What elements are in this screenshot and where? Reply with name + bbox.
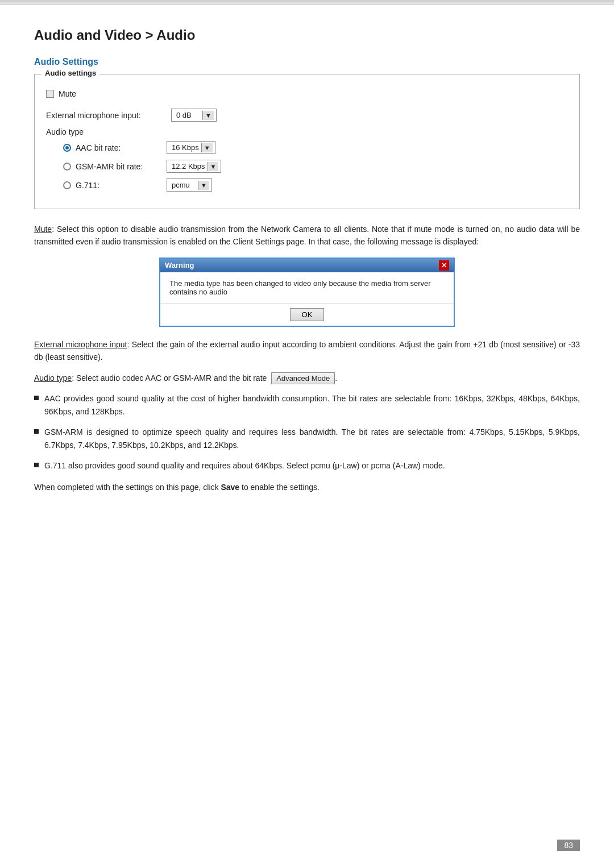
gsm-label: GSM-AMR bit rate: (76, 162, 167, 171)
bullet-icon (34, 396, 39, 400)
ext-mic-row: External microphone input: 0 dB ▼ (46, 109, 568, 122)
warning-dialog: Warning ✕ The media type has been change… (159, 258, 455, 327)
ext-mic-description: External microphone input: Select the ga… (34, 338, 580, 364)
audio-type-label: Audio type (46, 127, 568, 136)
g711-row: G.711: pcmu ▼ (63, 178, 568, 192)
list-item: G.711 also provides good sound quality a… (34, 459, 580, 472)
aac-select[interactable]: 16 Kbps ▼ (167, 141, 215, 154)
mute-description: Mute: Select this option to disable audi… (34, 223, 580, 248)
list-item: GSM-ARM is designed to optimize speech q… (34, 426, 580, 451)
g711-label: G.711: (76, 181, 167, 190)
box-legend: Audio settings (42, 69, 99, 77)
mute-checkbox[interactable] (46, 90, 54, 98)
warning-dialog-container: Warning ✕ The media type has been change… (34, 258, 580, 327)
mute-row: Mute (46, 89, 568, 98)
gsm-row: GSM-AMR bit rate: 12.2 Kbps ▼ (63, 160, 568, 173)
ok-button[interactable]: OK (290, 308, 325, 321)
page-title: Audio and Video > Audio (34, 27, 580, 43)
section-title: Audio Settings (34, 57, 580, 67)
warning-title: Warning (165, 261, 194, 269)
bullet2-text: GSM-ARM is designed to optimize speech q… (44, 426, 580, 451)
page-number: 83 (557, 840, 580, 851)
warning-title-bar: Warning ✕ (160, 259, 454, 272)
aac-arrow[interactable]: ▼ (201, 143, 213, 152)
gsm-arrow[interactable]: ▼ (208, 162, 219, 171)
ext-mic-select[interactable]: 0 dB ▼ (171, 109, 217, 122)
ext-mic-arrow[interactable]: ▼ (202, 111, 214, 120)
aac-label: AAC bit rate: (76, 143, 167, 152)
ext-mic-desc-underline: External microphone input (34, 340, 127, 349)
warning-text: The media type has been changed to video… (169, 279, 431, 296)
g711-select[interactable]: pcmu ▼ (167, 178, 212, 192)
audio-type-description: Audio type: Select audio codec AAC or GS… (34, 372, 580, 385)
top-bar (0, 0, 614, 5)
audio-settings-box: Audio settings Mute External microphone … (34, 74, 580, 209)
bullet3-text: G.711 also provides good sound quality a… (44, 459, 445, 472)
aac-radio[interactable] (63, 144, 71, 152)
save-note: When completed with the settings on this… (34, 481, 580, 493)
g711-value: pcmu (169, 180, 198, 190)
mute-desc-rest: : Select this option to disable audio tr… (34, 225, 580, 246)
warning-footer: OK (160, 304, 454, 326)
mute-label: Mute (59, 89, 76, 98)
mute-underline: Mute (34, 225, 52, 234)
save-note-prefix: When completed with the settings on this… (34, 483, 221, 492)
ext-mic-label: External microphone input: (46, 111, 171, 120)
audio-type-underline: Audio type (34, 373, 72, 383)
g711-radio[interactable] (63, 181, 71, 189)
gsm-radio[interactable] (63, 163, 71, 171)
features-list: AAC provides good sound quality at the c… (34, 392, 580, 472)
gsm-value: 12.2 Kbps (169, 161, 208, 171)
bullet1-text: AAC provides good sound quality at the c… (44, 392, 580, 418)
gsm-select[interactable]: 12.2 Kbps ▼ (167, 160, 221, 173)
warning-body: The media type has been changed to video… (160, 272, 454, 304)
audio-type-middle: : Select audio codec AAC or GSM-AMR and … (72, 373, 267, 383)
g711-arrow[interactable]: ▼ (198, 181, 209, 190)
aac-value: 16 Kbps (169, 143, 201, 152)
bullet-icon (34, 429, 39, 434)
list-item: AAC provides good sound quality at the c… (34, 392, 580, 418)
ext-mic-value: 0 dB (174, 110, 202, 120)
warning-close-button[interactable]: ✕ (439, 260, 449, 271)
aac-row: AAC bit rate: 16 Kbps ▼ (63, 141, 568, 154)
advanced-mode-button[interactable]: Advanced Mode (271, 372, 335, 384)
bullet-icon (34, 463, 39, 467)
save-note-suffix: to enable the settings. (239, 483, 320, 492)
save-bold: Save (221, 483, 239, 492)
